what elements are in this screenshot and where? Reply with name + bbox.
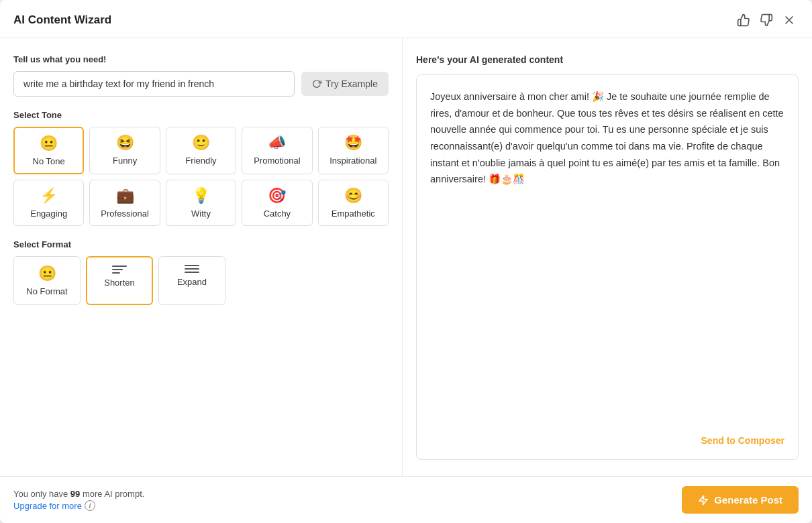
tone-emoji-catchy: 🎯 [268, 187, 286, 205]
right-panel-title: Here's your AI generated content [416, 54, 799, 65]
tone-btn-promotional[interactable]: 📣Promotional [242, 127, 312, 174]
prompt-input-row: Try Example [13, 71, 389, 97]
modal-header: AI Content Wizard [0, 0, 812, 38]
tone-label-friendly: Friendly [185, 156, 216, 166]
prompt-section: Tell us what you need! Try Example [13, 54, 389, 97]
prompt-input[interactable] [13, 71, 295, 97]
modal-title: AI Content Wizard [13, 13, 111, 27]
ai-content-text: Joyeux anniversaire à mon cher ami! 🎉 Je… [430, 89, 784, 424]
format-btn-no-format[interactable]: 😐No Format [13, 256, 81, 305]
tone-label-catchy: Catchy [264, 209, 291, 219]
close-button[interactable] [780, 11, 799, 30]
header-actions [734, 11, 799, 30]
right-panel: Here's your AI generated content Joyeux … [403, 38, 812, 476]
send-to-composer-label: Send to Composer [701, 435, 784, 446]
shorten-icon [112, 266, 127, 274]
ai-content-wizard-modal: AI Content Wizard Tell us what you need! [0, 0, 812, 523]
tone-label-empathetic: Empathetic [332, 209, 375, 219]
generate-icon [698, 495, 709, 506]
try-example-button[interactable]: Try Example [301, 72, 389, 96]
tone-label-witty: Witty [191, 209, 211, 219]
format-label-no-format: No Format [26, 286, 67, 296]
expand-icon [185, 265, 199, 273]
svg-marker-2 [699, 496, 707, 504]
tone-btn-catchy[interactable]: 🎯Catchy [242, 180, 312, 226]
format-section: Select Format 😐No FormatShortenExpand [13, 239, 389, 305]
tone-emoji-no-tone: 😐 [40, 135, 58, 152]
format-section-label: Select Format [13, 239, 389, 249]
format-label-shorten: Shorten [104, 278, 135, 288]
modal-body: Tell us what you need! Try Example Selec… [0, 38, 812, 476]
tone-emoji-witty: 💡 [192, 187, 210, 205]
format-label-expand: Expand [177, 277, 207, 287]
thumbs-down-button[interactable] [757, 11, 776, 30]
format-btn-shorten[interactable]: Shorten [86, 256, 153, 305]
tone-label-no-tone: No Tone [33, 156, 65, 166]
tone-btn-professional[interactable]: 💼Professional [89, 180, 160, 226]
tone-emoji-empathetic: 😊 [344, 187, 362, 205]
format-btn-expand[interactable]: Expand [158, 256, 225, 305]
send-to-composer-button[interactable]: Send to Composer [701, 435, 784, 446]
tone-btn-empathetic[interactable]: 😊Empathetic [318, 180, 389, 226]
thumbs-up-button[interactable] [734, 11, 753, 30]
upgrade-link[interactable]: Upgrade for more i [13, 500, 144, 511]
tone-emoji-professional: 💼 [116, 187, 134, 205]
ai-content-box: Joyeux anniversaire à mon cher ami! 🎉 Je… [416, 74, 799, 460]
modal-footer: You only have 99 more AI prompt. Upgrade… [0, 476, 812, 523]
left-panel: Tell us what you need! Try Example Selec… [0, 38, 403, 476]
no-format-icon: 😐 [38, 265, 56, 282]
tone-btn-witty[interactable]: 💡Witty [166, 180, 236, 226]
tone-btn-inspirational[interactable]: 🤩Inspirational [318, 127, 389, 174]
tone-label-engaging: Engaging [30, 209, 67, 219]
generate-post-button[interactable]: Generate Post [682, 486, 799, 514]
tone-emoji-promotional: 📣 [268, 134, 286, 152]
tone-label-promotional: Promotional [254, 156, 300, 166]
info-icon: i [85, 500, 95, 511]
prompt-section-label: Tell us what you need! [13, 54, 389, 64]
footer-left: You only have 99 more AI prompt. Upgrade… [13, 489, 144, 511]
footer-prompt-text: You only have 99 more AI prompt. [13, 489, 144, 499]
footer-count: 99 [70, 489, 80, 499]
upgrade-label: Upgrade for more [13, 501, 82, 511]
generate-label: Generate Post [714, 494, 782, 506]
format-grid: 😐No FormatShortenExpand [13, 256, 389, 305]
tone-section-label: Select Tone [13, 110, 389, 120]
tone-btn-engaging[interactable]: ⚡Engaging [13, 180, 84, 226]
tone-emoji-friendly: 🙂 [192, 134, 210, 152]
tone-btn-funny[interactable]: 😆Funny [89, 127, 160, 174]
tone-grid: 😐No Tone😆Funny🙂Friendly📣Promotional🤩Insp… [13, 127, 389, 226]
try-example-label: Try Example [325, 78, 378, 89]
tone-emoji-inspirational: 🤩 [344, 134, 362, 152]
tone-section: Select Tone 😐No Tone😆Funny🙂Friendly📣Prom… [13, 110, 389, 226]
tone-btn-friendly[interactable]: 🙂Friendly [166, 127, 236, 174]
tone-label-inspirational: Inspirational [329, 156, 376, 166]
tone-emoji-engaging: ⚡ [40, 187, 58, 205]
tone-emoji-funny: 😆 [116, 134, 134, 152]
tone-btn-no-tone[interactable]: 😐No Tone [13, 127, 84, 174]
tone-label-professional: Professional [101, 209, 149, 219]
tone-label-funny: Funny [113, 156, 137, 166]
